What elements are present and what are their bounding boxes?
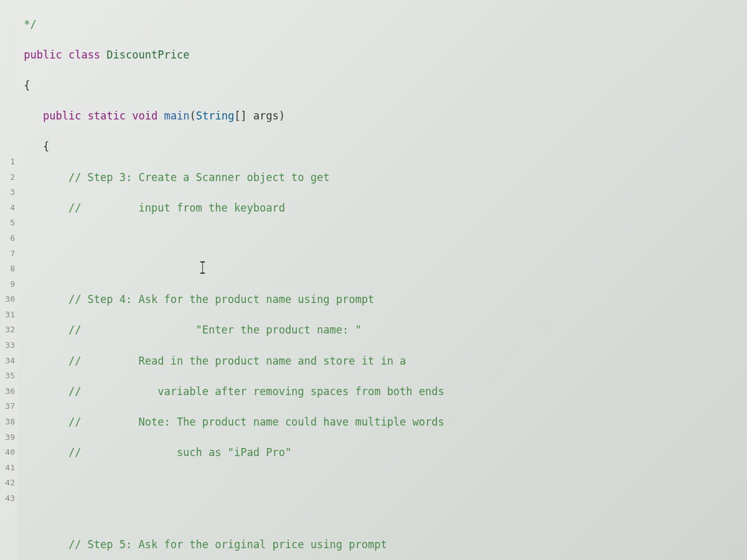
line-number (0, 108, 15, 124)
line-number: 8 (0, 261, 15, 277)
line-number (0, 62, 15, 78)
line-number: 34 (0, 353, 15, 369)
code-editor[interactable]: 1234567893031323334353637383940414243 */… (0, 0, 747, 560)
code-line: // Step 3: Create a Scanner object to ge… (17, 170, 747, 185)
code-line: // input from the keyboard (17, 200, 747, 216)
code-line: // Read in the product name and store it… (17, 353, 747, 369)
line-number: 41 (0, 460, 15, 476)
code-line: */ (17, 17, 747, 32)
code-line: { (17, 78, 747, 93)
code-line: public static void main(String[] args) (17, 108, 747, 124)
line-number (0, 32, 15, 47)
line-number (0, 93, 15, 109)
line-number: 39 (0, 430, 15, 446)
code-line: // Step 5: Ask for the original price us… (17, 537, 747, 553)
line-number: 7 (0, 246, 15, 262)
line-number: 6 (0, 231, 15, 246)
line-number: 2 (0, 170, 15, 185)
line-number: 9 (0, 277, 15, 292)
code-line: { (17, 139, 747, 154)
code-line: // Note: The product name could have mul… (17, 414, 747, 430)
line-number: 43 (0, 491, 15, 506)
line-number (0, 17, 15, 32)
code-line (17, 261, 747, 277)
code-line: // Step 4: Ask for the product name usin… (17, 292, 747, 307)
line-number (0, 47, 15, 63)
line-number: 3 (0, 185, 15, 200)
code-line (17, 506, 747, 522)
line-number (0, 124, 15, 139)
line-number: 4 (0, 200, 15, 216)
line-number: 32 (0, 322, 15, 338)
line-number: 36 (0, 384, 15, 399)
text-cursor-icon (202, 261, 203, 274)
line-number (0, 139, 15, 154)
code-line: public class DiscountPrice (17, 47, 747, 63)
line-number: 37 (0, 399, 15, 414)
line-number: 42 (0, 475, 15, 491)
line-number: 30 (0, 292, 15, 307)
line-number-gutter: 1234567893031323334353637383940414243 (0, 0, 17, 560)
code-line (17, 231, 747, 246)
line-number: 40 (0, 445, 15, 460)
line-number: 33 (0, 338, 15, 353)
code-line: // "Enter the product name: " (17, 322, 747, 338)
line-number (0, 78, 15, 93)
line-number: 31 (0, 307, 15, 323)
line-number: 35 (0, 368, 15, 384)
code-line: // variable after removing spaces from b… (17, 384, 747, 399)
line-number: 1 (0, 154, 15, 170)
line-number: 5 (0, 215, 15, 231)
code-line (17, 475, 747, 491)
line-number (0, 1, 15, 17)
code-line: // such as "iPad Pro" (17, 445, 747, 460)
code-area[interactable]: */ public class DiscountPrice { public s… (17, 0, 747, 560)
line-number: 38 (0, 414, 15, 430)
